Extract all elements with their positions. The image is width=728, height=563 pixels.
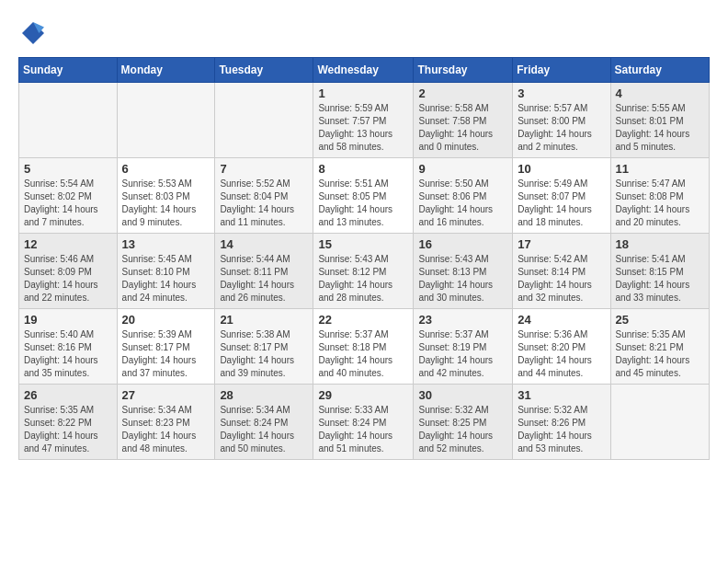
- day-number: 23: [418, 313, 507, 327]
- day-info: Sunrise: 5:37 AM Sunset: 8:18 PM Dayligh…: [318, 328, 408, 380]
- day-info: Sunrise: 5:39 AM Sunset: 8:17 PM Dayligh…: [122, 328, 210, 380]
- calendar-cell: 3Sunrise: 5:57 AM Sunset: 8:00 PM Daylig…: [513, 83, 610, 158]
- calendar-cell: 28Sunrise: 5:34 AM Sunset: 8:24 PM Dayli…: [215, 385, 313, 460]
- calendar-cell: [610, 385, 709, 460]
- day-info: Sunrise: 5:41 AM Sunset: 8:15 PM Dayligh…: [616, 253, 704, 304]
- day-number: 28: [220, 388, 308, 402]
- calendar-cell: 17Sunrise: 5:42 AM Sunset: 8:14 PM Dayli…: [513, 234, 610, 309]
- calendar-cell: 18Sunrise: 5:41 AM Sunset: 8:15 PM Dayli…: [610, 234, 709, 309]
- day-number: 14: [220, 237, 308, 251]
- day-info: Sunrise: 5:35 AM Sunset: 8:22 PM Dayligh…: [24, 404, 112, 455]
- calendar-cell: 4Sunrise: 5:55 AM Sunset: 8:01 PM Daylig…: [610, 83, 709, 158]
- weekday-header: Thursday: [414, 58, 513, 83]
- day-number: 25: [616, 313, 704, 327]
- day-number: 5: [24, 162, 112, 176]
- day-info: Sunrise: 5:49 AM Sunset: 8:07 PM Dayligh…: [518, 178, 605, 229]
- day-info: Sunrise: 5:36 AM Sunset: 8:20 PM Dayligh…: [518, 328, 605, 380]
- calendar-cell: 12Sunrise: 5:46 AM Sunset: 8:09 PM Dayli…: [19, 234, 118, 309]
- day-number: 13: [122, 237, 210, 251]
- day-number: 19: [24, 313, 112, 327]
- logo-icon: [18, 18, 48, 48]
- day-info: Sunrise: 5:43 AM Sunset: 8:12 PM Dayligh…: [318, 253, 408, 304]
- calendar-cell: 6Sunrise: 5:53 AM Sunset: 8:03 PM Daylig…: [117, 158, 215, 234]
- day-info: Sunrise: 5:46 AM Sunset: 8:09 PM Dayligh…: [24, 253, 112, 304]
- day-info: Sunrise: 5:40 AM Sunset: 8:16 PM Dayligh…: [24, 328, 112, 380]
- day-info: Sunrise: 5:33 AM Sunset: 8:24 PM Dayligh…: [318, 404, 408, 455]
- calendar-cell: 20Sunrise: 5:39 AM Sunset: 8:17 PM Dayli…: [117, 309, 215, 385]
- day-info: Sunrise: 5:45 AM Sunset: 8:10 PM Dayligh…: [122, 253, 210, 304]
- day-info: Sunrise: 5:42 AM Sunset: 8:14 PM Dayligh…: [518, 253, 605, 304]
- day-number: 24: [518, 313, 605, 327]
- calendar-cell: 14Sunrise: 5:44 AM Sunset: 8:11 PM Dayli…: [215, 234, 313, 309]
- calendar-cell: 9Sunrise: 5:50 AM Sunset: 8:06 PM Daylig…: [414, 158, 513, 234]
- logo: [18, 18, 51, 48]
- day-info: Sunrise: 5:38 AM Sunset: 8:17 PM Dayligh…: [220, 328, 308, 380]
- calendar-cell: 5Sunrise: 5:54 AM Sunset: 8:02 PM Daylig…: [19, 158, 118, 234]
- calendar-cell: 29Sunrise: 5:33 AM Sunset: 8:24 PM Dayli…: [313, 385, 414, 460]
- day-number: 4: [616, 86, 704, 100]
- calendar-cell: 11Sunrise: 5:47 AM Sunset: 8:08 PM Dayli…: [610, 158, 709, 234]
- calendar-cell: 31Sunrise: 5:32 AM Sunset: 8:26 PM Dayli…: [513, 385, 610, 460]
- day-number: 18: [616, 237, 704, 251]
- calendar-cell: 7Sunrise: 5:52 AM Sunset: 8:04 PM Daylig…: [215, 158, 313, 234]
- day-info: Sunrise: 5:59 AM Sunset: 7:57 PM Dayligh…: [318, 102, 408, 154]
- day-number: 17: [518, 237, 605, 251]
- day-info: Sunrise: 5:34 AM Sunset: 8:23 PM Dayligh…: [122, 404, 210, 455]
- day-number: 27: [122, 388, 210, 402]
- day-info: Sunrise: 5:50 AM Sunset: 8:06 PM Dayligh…: [418, 178, 507, 229]
- calendar-week-row: 5Sunrise: 5:54 AM Sunset: 8:02 PM Daylig…: [19, 158, 710, 234]
- day-number: 29: [318, 388, 408, 402]
- weekday-header: Sunday: [19, 58, 118, 83]
- day-info: Sunrise: 5:34 AM Sunset: 8:24 PM Dayligh…: [220, 404, 308, 455]
- calendar-cell: 24Sunrise: 5:36 AM Sunset: 8:20 PM Dayli…: [513, 309, 610, 385]
- day-number: 16: [418, 237, 507, 251]
- day-number: 1: [318, 86, 408, 100]
- calendar-cell: 1Sunrise: 5:59 AM Sunset: 7:57 PM Daylig…: [313, 83, 414, 158]
- calendar-cell: 30Sunrise: 5:32 AM Sunset: 8:25 PM Dayli…: [414, 385, 513, 460]
- day-number: 20: [122, 313, 210, 327]
- day-info: Sunrise: 5:44 AM Sunset: 8:11 PM Dayligh…: [220, 253, 308, 304]
- calendar-cell: 10Sunrise: 5:49 AM Sunset: 8:07 PM Dayli…: [513, 158, 610, 234]
- calendar-cell: 2Sunrise: 5:58 AM Sunset: 7:58 PM Daylig…: [414, 83, 513, 158]
- calendar-cell: [19, 83, 118, 158]
- day-info: Sunrise: 5:35 AM Sunset: 8:21 PM Dayligh…: [616, 328, 704, 380]
- day-number: 8: [318, 162, 408, 176]
- day-number: 3: [518, 86, 605, 100]
- calendar-cell: [117, 83, 215, 158]
- calendar-table: SundayMondayTuesdayWednesdayThursdayFrid…: [18, 57, 710, 460]
- weekday-header: Monday: [117, 58, 215, 83]
- day-info: Sunrise: 5:32 AM Sunset: 8:25 PM Dayligh…: [418, 404, 507, 455]
- calendar-cell: [215, 83, 313, 158]
- calendar-week-row: 26Sunrise: 5:35 AM Sunset: 8:22 PM Dayli…: [19, 385, 710, 460]
- day-number: 31: [518, 388, 605, 402]
- day-info: Sunrise: 5:32 AM Sunset: 8:26 PM Dayligh…: [518, 404, 605, 455]
- day-number: 22: [318, 313, 408, 327]
- day-number: 2: [418, 86, 507, 100]
- calendar-cell: 15Sunrise: 5:43 AM Sunset: 8:12 PM Dayli…: [313, 234, 414, 309]
- day-number: 15: [318, 237, 408, 251]
- calendar-cell: 23Sunrise: 5:37 AM Sunset: 8:19 PM Dayli…: [414, 309, 513, 385]
- calendar-cell: 26Sunrise: 5:35 AM Sunset: 8:22 PM Dayli…: [19, 385, 118, 460]
- page-header: [18, 18, 710, 48]
- calendar-cell: 21Sunrise: 5:38 AM Sunset: 8:17 PM Dayli…: [215, 309, 313, 385]
- day-info: Sunrise: 5:51 AM Sunset: 8:05 PM Dayligh…: [318, 178, 408, 229]
- calendar-cell: 22Sunrise: 5:37 AM Sunset: 8:18 PM Dayli…: [313, 309, 414, 385]
- day-info: Sunrise: 5:52 AM Sunset: 8:04 PM Dayligh…: [220, 178, 308, 229]
- day-number: 6: [122, 162, 210, 176]
- day-number: 10: [518, 162, 605, 176]
- day-info: Sunrise: 5:55 AM Sunset: 8:01 PM Dayligh…: [616, 102, 704, 154]
- day-info: Sunrise: 5:53 AM Sunset: 8:03 PM Dayligh…: [122, 178, 210, 229]
- weekday-header: Friday: [513, 58, 610, 83]
- calendar-cell: 25Sunrise: 5:35 AM Sunset: 8:21 PM Dayli…: [610, 309, 709, 385]
- calendar-week-row: 19Sunrise: 5:40 AM Sunset: 8:16 PM Dayli…: [19, 309, 710, 385]
- calendar-cell: 19Sunrise: 5:40 AM Sunset: 8:16 PM Dayli…: [19, 309, 118, 385]
- day-info: Sunrise: 5:37 AM Sunset: 8:19 PM Dayligh…: [418, 328, 507, 380]
- calendar-cell: 13Sunrise: 5:45 AM Sunset: 8:10 PM Dayli…: [117, 234, 215, 309]
- weekday-header: Wednesday: [313, 58, 414, 83]
- svg-marker-0: [22, 22, 44, 44]
- day-number: 26: [24, 388, 112, 402]
- calendar-cell: 8Sunrise: 5:51 AM Sunset: 8:05 PM Daylig…: [313, 158, 414, 234]
- weekday-header-row: SundayMondayTuesdayWednesdayThursdayFrid…: [19, 58, 710, 83]
- day-info: Sunrise: 5:47 AM Sunset: 8:08 PM Dayligh…: [616, 178, 704, 229]
- day-number: 11: [616, 162, 704, 176]
